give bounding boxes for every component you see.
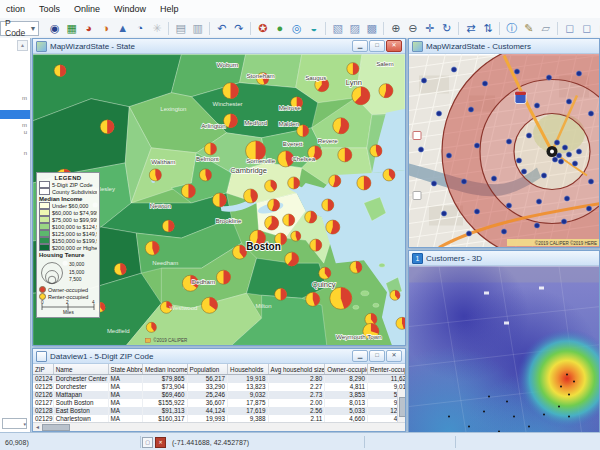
refresh-map-icon[interactable]: ↻ (438, 20, 455, 36)
layer-dropdown[interactable]: P Code ▼ (0, 21, 39, 36)
map-legend[interactable]: LEGEND 5-Digit ZIP Code County Subdivisi… (36, 172, 100, 318)
column-header[interactable]: State Abbrev (108, 364, 142, 375)
chevron-down-icon[interactable]: ▼ (28, 22, 39, 35)
table-cell[interactable]: 17,875 (228, 399, 269, 407)
state-map-titlebar[interactable]: MapWizardState - State ▁ □ ✕ (33, 39, 405, 54)
table-cell[interactable]: 36,607 (187, 399, 228, 407)
table-cell[interactable]: 9,032 (228, 391, 269, 399)
status-grid-icon[interactable]: ▢ (142, 437, 153, 448)
find-binoculars-icon[interactable]: ◉ (46, 20, 63, 36)
threed-canvas[interactable] (409, 266, 599, 449)
minimize-button[interactable]: ▁ (352, 40, 368, 52)
menu-item-help[interactable]: Help (154, 2, 187, 16)
new-report-icon[interactable]: ▥ (189, 20, 206, 36)
share-map-icon[interactable]: ▩ (363, 20, 380, 36)
column-header[interactable]: Avg household size (268, 364, 325, 375)
column-header[interactable]: Median income (142, 364, 187, 375)
table-cell[interactable]: 02127 (33, 399, 53, 407)
table-cell[interactable]: 02124 (33, 375, 53, 384)
table-cell[interactable]: $155,922 (142, 399, 187, 407)
scroll-thumb[interactable] (42, 424, 70, 431)
chart-theme-icon[interactable]: ◔ (131, 20, 148, 36)
select-region-icon[interactable]: ◻ (578, 20, 595, 36)
table-cell[interactable]: 33,290 (187, 383, 228, 391)
table-cell[interactable]: 25,246 (187, 391, 228, 399)
table-row[interactable]: 02124Dorchester CenterMA$79,86556,21719,… (33, 375, 405, 384)
table-cell[interactable]: 17,619 (228, 407, 269, 415)
table-cell[interactable]: 5,033 (325, 407, 368, 415)
table-cell[interactable]: South Boston (53, 399, 108, 407)
locate-icon[interactable]: ◎ (288, 20, 305, 36)
table-cell[interactable]: 13,823 (228, 383, 269, 391)
menu-item-ction[interactable]: ction (0, 2, 33, 16)
table-cell[interactable]: 3,853 (325, 391, 368, 399)
status-stop-icon[interactable]: ✕ (155, 437, 166, 448)
table-horizontal-scrollbar[interactable]: ◄ (33, 422, 405, 431)
customers-map-canvas[interactable]: ©2019 CALIPER ©2019 HERE (409, 54, 599, 247)
panel-combo[interactable]: ▾ (2, 418, 27, 429)
table-cell[interactable]: 8,013 (325, 399, 368, 407)
table-cell[interactable]: Dorchester (53, 383, 108, 391)
scroll-left-icon[interactable]: ◄ (33, 424, 42, 430)
label-tool-icon[interactable]: ✎ (520, 20, 537, 36)
table-row[interactable]: 02126MattapanMA$69,46025,2469,0322.733,8… (33, 391, 405, 399)
column-header[interactable]: Owner-occupied (325, 364, 368, 375)
dot-density-icon[interactable]: ✳ (148, 20, 165, 36)
table-cell[interactable]: MA (108, 383, 142, 391)
table-cell[interactable]: $91,313 (142, 407, 187, 415)
table-row[interactable]: 02128East BostonMA$91,31344,12417,6192.5… (33, 407, 405, 415)
table-cell[interactable]: MA (108, 407, 142, 415)
state-map-canvas[interactable]: WoburnStonehamSaugusLynnSalemLexingtonWi… (33, 54, 405, 345)
table-cell[interactable]: 02125 (33, 383, 53, 391)
map-librarian-icon[interactable]: ▧ (329, 20, 346, 36)
minimize-button[interactable]: ▁ (352, 350, 368, 362)
table-cell[interactable]: 19,918 (228, 375, 269, 384)
table-cell[interactable]: 02128 (33, 407, 53, 415)
customers-titlebar[interactable]: MapWizardState - Customers (409, 39, 599, 54)
table-cell[interactable]: $69,460 (142, 391, 187, 399)
copy-tool-icon[interactable]: ▱ (537, 20, 554, 36)
previous-view-icon[interactable]: ⇄ (462, 20, 479, 36)
table-cell[interactable]: Dorchester Center (53, 375, 108, 384)
pan-icon[interactable]: ✛ (421, 20, 438, 36)
menu-item-window[interactable]: Window (108, 2, 154, 16)
table-row[interactable]: 02127South BostonMA$155,92236,60717,8752… (33, 399, 405, 407)
threed-titlebar[interactable]: 1 Customers - 3D (409, 251, 599, 266)
column-header[interactable]: ZIP (33, 364, 53, 375)
select-pointer-icon[interactable]: ◻ (561, 20, 578, 36)
info-tool-icon[interactable]: ⓘ (503, 20, 520, 36)
table-vertical-scrollbar[interactable] (397, 389, 405, 423)
panel-scroll-up-icon[interactable]: ▲ (17, 40, 28, 51)
table-cell[interactable]: MA (108, 391, 142, 399)
zoom-in-icon[interactable]: ⊕ (387, 20, 404, 36)
find-address-icon[interactable]: ● (271, 20, 288, 36)
table-cell[interactable]: 56,217 (187, 375, 228, 384)
zoom-out-icon[interactable]: ⊖ (404, 20, 421, 36)
deselect-icon[interactable]: ◻ (595, 20, 600, 36)
table-cell[interactable]: 2.80 (268, 375, 325, 384)
table-cell[interactable]: Mattapan (53, 391, 108, 399)
pushpin-icon[interactable]: ✪ (254, 20, 271, 36)
map-wizard-icon[interactable]: ▦ (63, 20, 80, 36)
maximize-button[interactable]: □ (369, 40, 385, 52)
table-cell[interactable]: 8,290 (325, 375, 368, 384)
geocode-icon[interactable]: ◒ (305, 20, 322, 36)
table-row[interactable]: 02125DorchesterMA$73,90433,29013,8232.27… (33, 383, 405, 391)
close-button[interactable]: ✕ (386, 40, 402, 52)
column-header[interactable]: Name (53, 364, 108, 375)
table-cell[interactable]: 2.27 (268, 383, 325, 391)
table-cell[interactable]: 11,628 (367, 375, 405, 384)
next-view-icon[interactable]: ⇅ (479, 20, 496, 36)
save-map-icon[interactable]: ▨ (346, 20, 363, 36)
column-header[interactable]: Households (228, 364, 269, 375)
undo-icon[interactable]: ↶ (213, 20, 230, 36)
maximize-button[interactable]: □ (369, 350, 385, 362)
pie-theme-icon[interactable]: ◕ (80, 20, 97, 36)
panel-selected-item[interactable] (0, 110, 30, 119)
table-cell[interactable]: MA (108, 375, 142, 384)
left-panel[interactable]: ▲ ▾ mmun (0, 38, 31, 432)
ring-theme-icon[interactable]: ◑ (97, 20, 114, 36)
redo-icon[interactable]: ↷ (230, 20, 247, 36)
menu-item-tools[interactable]: Tools (33, 2, 68, 16)
column-header[interactable]: Renter-occupied (367, 364, 405, 375)
